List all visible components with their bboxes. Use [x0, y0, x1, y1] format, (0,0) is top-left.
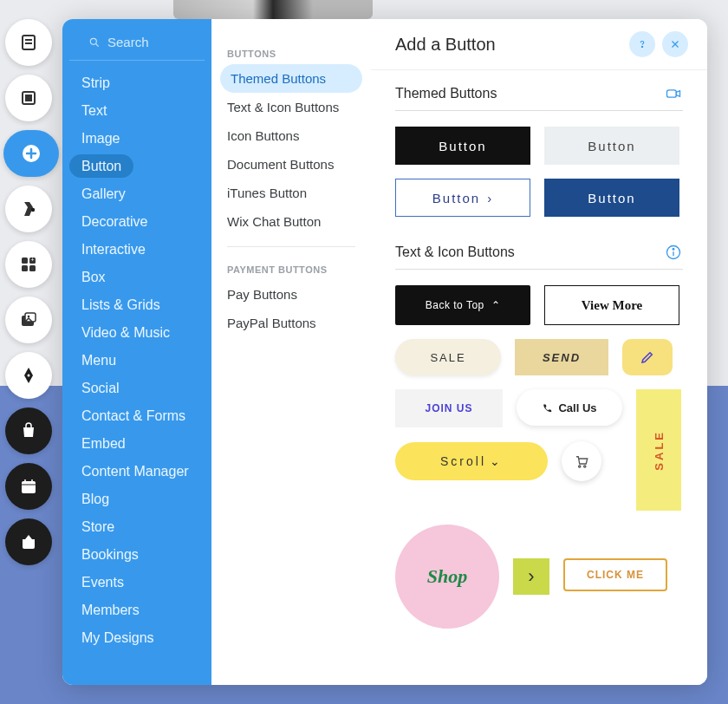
category-item[interactable]: Strip [62, 69, 211, 97]
subcategory-header: PAYMENT BUTTONS [211, 259, 371, 280]
close-button[interactable] [662, 31, 688, 57]
category-item[interactable]: Embed [62, 430, 211, 458]
category-item[interactable]: My Designs [62, 624, 211, 652]
svg-point-28 [579, 466, 581, 467]
category-item[interactable]: Text [62, 97, 211, 125]
themed-button-grey[interactable]: Button [544, 127, 679, 165]
themed-button-black[interactable]: Button [395, 127, 530, 165]
themed-button-outline[interactable]: Button› [395, 179, 530, 217]
category-item[interactable]: Blog [62, 486, 211, 513]
sample-send-button[interactable]: SEND [515, 339, 608, 375]
svg-point-19 [90, 38, 96, 44]
svg-text:A: A [27, 541, 31, 547]
search-row [69, 35, 205, 61]
category-item[interactable]: Gallery [62, 180, 211, 208]
theme-icon[interactable] [5, 186, 52, 232]
video-icon[interactable] [664, 84, 683, 103]
search-icon [88, 36, 101, 49]
svg-text:17: 17 [25, 486, 32, 492]
preview-column: Add a Button Themed Buttons Button Butto… [371, 19, 707, 685]
section-title: Text & Icon Buttons [395, 244, 664, 260]
themed-button-navy[interactable]: Button [544, 179, 679, 217]
themed-buttons-grid: Button Button Button› Button [395, 127, 683, 217]
category-item[interactable]: Video & Music [62, 319, 211, 347]
sample-sale-button[interactable]: SALE [395, 339, 501, 375]
subcategory-item[interactable]: Wix Chat Button [211, 207, 371, 236]
category-item[interactable]: Decorative [62, 208, 211, 236]
divider [227, 246, 355, 247]
background-icon[interactable] [5, 75, 52, 121]
page-photo-strip [173, 0, 373, 19]
category-item[interactable]: Menu [62, 347, 211, 375]
svg-text:+: + [30, 257, 34, 263]
preview-scroll[interactable]: Themed Buttons Button Button Button› But… [371, 70, 707, 685]
category-item[interactable]: Members [62, 596, 211, 624]
section-header-themed: Themed Buttons [395, 84, 683, 111]
subcategory-header: BUTTONS [211, 43, 371, 64]
add-panel: StripTextImageButtonGalleryDecorativeInt… [62, 19, 707, 685]
category-item[interactable]: Content Manager [62, 458, 211, 486]
subcategory-item[interactable]: Icon Buttons [211, 121, 371, 150]
subcategory-column: BUTTONSThemed ButtonsText & Icon Buttons… [211, 19, 371, 685]
search-input[interactable] [107, 35, 185, 49]
category-item[interactable]: Store [62, 513, 211, 541]
sample-click-me-button[interactable]: CLICK ME [563, 558, 667, 591]
sample-join-us-button[interactable]: JOIN US [395, 389, 503, 427]
subcategory-item[interactable]: Document Buttons [211, 150, 371, 179]
sample-back-to-top-button[interactable]: Back to Top ⌃ [395, 285, 530, 325]
svg-rect-10 [29, 265, 36, 271]
phone-icon [542, 402, 553, 414]
category-item[interactable]: Social [62, 375, 211, 402]
sample-sale-vertical-button[interactable]: SALE [636, 389, 681, 511]
chevron-right-icon: › [528, 565, 534, 588]
sample-call-us-button[interactable]: Call Us [517, 389, 622, 426]
sample-arrow-button[interactable]: › [513, 558, 549, 595]
svg-line-20 [96, 43, 99, 46]
category-item[interactable]: Lists & Grids [62, 291, 211, 319]
store-icon[interactable] [5, 407, 52, 454]
svg-rect-9 [22, 265, 28, 271]
svg-point-6 [31, 208, 35, 212]
apps-icon[interactable]: + [5, 241, 52, 288]
sample-edit-button[interactable] [622, 339, 673, 375]
category-item[interactable]: Contact & Forms [62, 402, 211, 430]
svg-rect-7 [22, 257, 28, 264]
subcategory-item[interactable]: Pay Buttons [211, 280, 371, 309]
category-item[interactable]: Image [62, 125, 211, 153]
preview-header: Add a Button [371, 19, 707, 70]
category-item[interactable]: Button [62, 153, 211, 180]
sample-scroll-button[interactable]: Scroll ⌄ [395, 442, 548, 480]
svg-point-21 [641, 46, 642, 47]
svg-point-27 [673, 248, 674, 250]
sample-cart-button[interactable] [562, 441, 601, 481]
sample-view-more-button[interactable]: View More [544, 285, 679, 325]
cart-icon [574, 453, 589, 469]
add-element-icon[interactable] [3, 130, 59, 177]
pages-icon[interactable] [5, 19, 52, 66]
svg-point-15 [28, 375, 30, 377]
subcategory-item[interactable]: iTunes Button [211, 179, 371, 207]
help-button[interactable] [629, 31, 655, 57]
sample-shop-button[interactable]: Shop [395, 525, 499, 629]
info-icon[interactable] [664, 243, 683, 262]
chevron-right-icon: › [487, 191, 493, 205]
subcategory-item[interactable]: Text & Icon Buttons [211, 93, 371, 121]
pencil-icon [640, 349, 655, 365]
panel-title: Add a Button [395, 35, 622, 55]
left-toolbar: + 17 A [5, 19, 59, 565]
category-item[interactable]: Interactive [62, 236, 211, 264]
ascend-icon[interactable]: A [5, 518, 52, 565]
pen-icon[interactable] [5, 352, 52, 399]
category-item[interactable]: Box [62, 264, 211, 291]
category-item[interactable]: Bookings [62, 541, 211, 569]
category-item[interactable]: Events [62, 569, 211, 596]
section-header-texticon: Text & Icon Buttons [395, 243, 683, 270]
subcategory-item[interactable]: PayPal Buttons [211, 309, 371, 337]
category-list: StripTextImageButtonGalleryDecorativeInt… [62, 69, 211, 652]
close-icon [669, 38, 681, 50]
media-icon[interactable] [5, 297, 52, 343]
events-icon[interactable]: 17 [5, 463, 52, 510]
subcategory-item[interactable]: Themed Buttons [220, 64, 362, 93]
svg-point-14 [28, 316, 30, 318]
help-icon [636, 38, 648, 50]
